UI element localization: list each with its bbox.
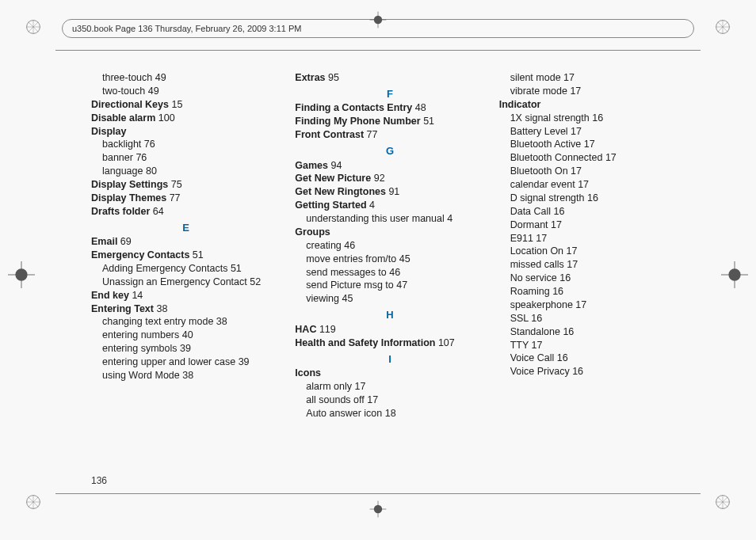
- entry-page: 39: [235, 356, 249, 367]
- index-entry: Voice Call 16: [499, 352, 689, 365]
- entry-page: 17: [568, 126, 582, 137]
- entry-page: 49: [152, 72, 166, 83]
- page-number: 136: [91, 475, 107, 486]
- index-entry: Finding a Contacts Entry 48: [295, 101, 484, 115]
- entry-text: Adding Emergency Contacts: [102, 263, 227, 274]
- entry-text: Display Settings: [91, 179, 168, 190]
- entry-text: Location On: [510, 245, 563, 257]
- index-entry: Battery Level 17: [499, 125, 689, 139]
- entry-text: silent mode: [510, 72, 561, 83]
- index-entry: Entering Text 38: [91, 302, 281, 316]
- entry-page: 64: [150, 206, 163, 217]
- entry-page: 16: [570, 366, 583, 377]
- entry-text: Voice Call: [510, 352, 555, 363]
- index-column-3: silent mode 17vibrate mode 17Indicator1X…: [499, 71, 689, 469]
- registration-mark-icon: [8, 261, 35, 291]
- entry-page: 69: [117, 236, 131, 247]
- entry-text: Bluetooth On: [510, 165, 568, 177]
- index-entry: Bluetooth Active 17: [499, 138, 689, 151]
- section-letter: I: [295, 352, 484, 367]
- entry-page: 76: [141, 139, 155, 150]
- index-entry: Extras 95: [295, 71, 484, 85]
- entry-text: missed calls: [510, 259, 564, 270]
- entry-page: 17: [573, 299, 586, 310]
- index-entry: alarm only 17: [295, 380, 484, 394]
- entry-text: Get New Ringtones: [295, 186, 386, 197]
- entry-page: 46: [387, 267, 400, 278]
- entry-page: 18: [382, 408, 395, 419]
- entry-page: 17: [548, 219, 562, 230]
- entry-text: Finding My Phone Number: [295, 116, 420, 127]
- entry-text: Groups: [295, 226, 330, 238]
- entry-text: End key: [91, 290, 129, 301]
- entry-page: 49: [145, 86, 158, 97]
- entry-page: 38: [180, 370, 193, 381]
- entry-text: entering symbols: [102, 343, 178, 354]
- entry-page: 14: [129, 290, 143, 301]
- entry-page: 94: [328, 160, 342, 171]
- entry-page: 51: [227, 263, 241, 274]
- entry-text: vibrate mode: [510, 86, 567, 97]
- entry-text: Unassign an Emergency Contact: [102, 276, 247, 287]
- entry-page: 17: [568, 165, 582, 177]
- index-entry: Location On 17: [499, 245, 689, 258]
- entry-text: Standalone: [510, 326, 560, 337]
- header-text: u350.book Page 136 Thursday, February 26…: [72, 24, 301, 33]
- entry-page: 16: [550, 286, 563, 297]
- index-entry: understanding this user manual 4: [295, 212, 484, 226]
- index-entry: vibrate mode 17: [499, 85, 689, 98]
- index-entry: using Word Mode 38: [91, 369, 281, 382]
- entry-page: 51: [189, 249, 203, 260]
- index-entry: Data Call 16: [499, 205, 689, 219]
- index-entry: Front Contrast 77: [295, 128, 484, 142]
- index-entry: Voice Privacy 16: [499, 365, 689, 378]
- entry-text: banner: [102, 152, 133, 163]
- index-column-1: three-touch 49two-touch 49Directional Ke…: [91, 71, 281, 469]
- entry-text: all sounds off: [306, 394, 364, 405]
- registration-mark-icon: [712, 16, 734, 41]
- entry-page: 15: [169, 99, 182, 110]
- entry-text: three-touch: [102, 72, 152, 83]
- entry-page: 16: [560, 326, 574, 337]
- entry-text: Health and Safety Information: [295, 337, 435, 348]
- entry-page: 52: [247, 276, 261, 287]
- entry-page: 17: [564, 259, 578, 270]
- entry-page: 16: [590, 112, 603, 124]
- index-entry: backlight 76: [91, 138, 281, 151]
- index-entry: Display Settings 75: [91, 178, 281, 192]
- entry-page: 45: [339, 293, 353, 304]
- index-entry: Get New Ringtones 91: [295, 185, 484, 199]
- entry-page: 92: [371, 173, 384, 184]
- entry-text: entering numbers: [102, 329, 179, 340]
- entry-page: 95: [326, 72, 339, 83]
- index-entry: Bluetooth On 17: [499, 165, 689, 178]
- crosshair-icon: [368, 10, 388, 33]
- entry-text: Bluetooth Active: [510, 139, 582, 150]
- entry-page: 48: [412, 102, 426, 113]
- entry-page: 77: [166, 192, 180, 203]
- entry-page: 51: [421, 116, 434, 127]
- index-entry: Standalone 16: [499, 325, 689, 339]
- entry-text: send Picture msg to: [306, 280, 393, 291]
- index-entry: Display: [91, 125, 281, 139]
- index-entry: End key 14: [91, 289, 281, 302]
- entry-page: 38: [154, 303, 167, 314]
- registration-mark-icon: [22, 491, 44, 516]
- entry-page: 38: [213, 316, 227, 327]
- index-entry: Finding My Phone Number 51: [295, 115, 484, 128]
- index-entry: Display Themes 77: [91, 192, 281, 205]
- index-entry: three-touch 49: [91, 71, 281, 85]
- index-entry: Get New Picture 92: [295, 172, 484, 185]
- index-entry: Drafts folder 64: [91, 205, 281, 219]
- index-entry: missed calls 17: [499, 258, 689, 272]
- entry-text: 1X signal strength: [510, 112, 590, 124]
- entry-text: using Word Mode: [102, 370, 180, 381]
- entry-text: move entries from/to: [306, 253, 396, 264]
- section-letter: G: [295, 144, 484, 158]
- entry-page: 17: [575, 179, 589, 190]
- entry-text: two-touch: [102, 86, 145, 97]
- entry-text: Extras: [295, 72, 325, 83]
- entry-page: 17: [352, 381, 365, 392]
- entry-page: 91: [386, 186, 399, 197]
- index-entry: Groups: [295, 226, 484, 239]
